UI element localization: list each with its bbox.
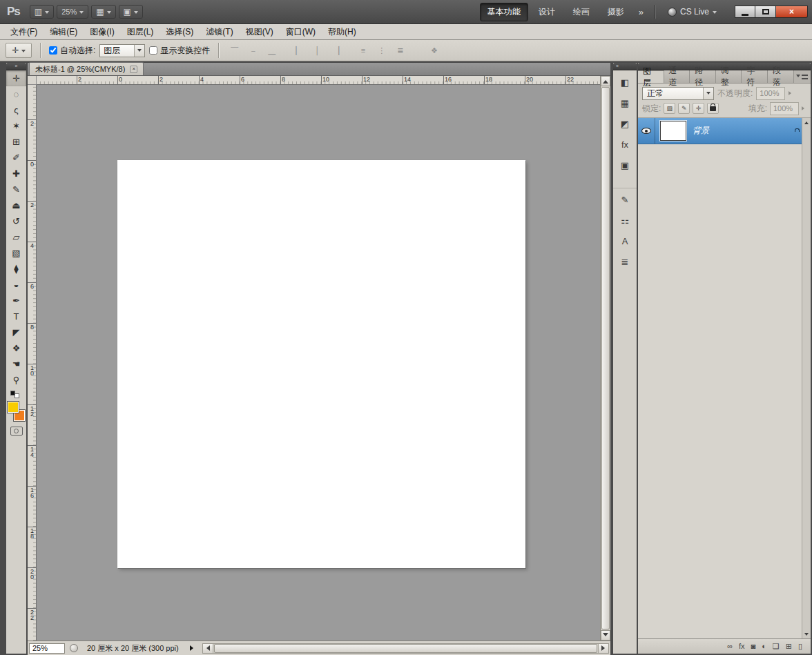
vertical-ruler[interactable]: 2024681 01 21 41 61 82 02 2: [28, 85, 37, 641]
menu-item[interactable]: 编辑(E): [44, 24, 84, 40]
panel-tab[interactable]: 段落: [768, 70, 794, 83]
horizontal-scrollbar-thumb[interactable]: [214, 644, 597, 653]
vertical-scrollbar-thumb[interactable]: [601, 87, 610, 629]
minimize-button[interactable]: [735, 6, 755, 18]
status-zoom-field[interactable]: 25%: [29, 643, 65, 654]
menu-item[interactable]: 图层(L): [121, 24, 160, 40]
ruler-origin-corner[interactable]: [28, 76, 37, 85]
view-extras-button[interactable]: ▥: [30, 5, 54, 19]
clone-stamp-tool[interactable]: ⏏: [6, 197, 26, 213]
menu-item[interactable]: 滤镜(T): [200, 24, 239, 40]
canvas-viewport[interactable]: [37, 85, 600, 641]
move-tool[interactable]: ✛: [6, 70, 26, 86]
scroll-right-button[interactable]: [598, 644, 608, 653]
toolbox-header[interactable]: »: [6, 63, 26, 70]
layer-styles-panel-icon[interactable]: fx: [613, 135, 637, 153]
workspace-button[interactable]: 绘画: [566, 3, 597, 21]
align-left-edges-icon[interactable]: ▏: [291, 43, 306, 57]
status-flyout-button[interactable]: [188, 643, 197, 654]
layer-style-icon[interactable]: fx: [739, 643, 745, 650]
new-adjustment-layer-icon[interactable]: ◐: [762, 643, 766, 650]
panel-tab[interactable]: 图层: [638, 70, 664, 83]
menu-item[interactable]: 选择(S): [160, 24, 200, 40]
stepper-arrow-icon[interactable]: [789, 91, 793, 95]
delete-layer-icon[interactable]: ▯: [798, 643, 802, 650]
horizontal-ruler[interactable]: 20246810121416182022: [37, 76, 600, 85]
type-tool[interactable]: T: [6, 309, 26, 324]
tab-close-button[interactable]: ×: [130, 66, 137, 73]
blur-tool[interactable]: ⧫: [6, 261, 26, 277]
fill-value[interactable]: 100%: [770, 102, 799, 115]
lock-all-icon[interactable]: [707, 103, 719, 114]
close-button[interactable]: ×: [776, 6, 808, 18]
layer-visibility-toggle[interactable]: [638, 118, 655, 144]
hand-tool[interactable]: ☚: [6, 356, 26, 372]
panel-tab[interactable]: 调整: [716, 70, 742, 83]
cs-live-button[interactable]: CS Live: [662, 5, 722, 19]
auto-select-checkbox[interactable]: [49, 46, 57, 55]
layer-thumbnail[interactable]: [660, 121, 686, 141]
character-panel-icon[interactable]: A: [613, 232, 637, 250]
opacity-value[interactable]: 100%: [756, 87, 785, 100]
scroll-up-button[interactable]: [601, 76, 610, 86]
scroll-down-button[interactable]: [802, 630, 811, 638]
document-canvas[interactable]: [117, 160, 525, 568]
arrange-documents-button[interactable]: ▦: [91, 5, 115, 19]
path-selection-tool[interactable]: ◤: [6, 324, 26, 340]
menu-item[interactable]: 图像(I): [84, 24, 120, 40]
brush-tool[interactable]: ✎: [6, 182, 26, 197]
new-group-icon[interactable]: ❏: [773, 643, 780, 650]
link-layers-icon[interactable]: ∞: [727, 643, 733, 650]
distribute-vertical-centers-icon[interactable]: ⋮: [374, 43, 389, 57]
default-colors-button[interactable]: [6, 390, 26, 400]
pen-tool[interactable]: ✒: [6, 293, 26, 309]
workspace-more-button[interactable]: »: [635, 6, 648, 19]
背景[interactable]: 背景: [638, 118, 802, 144]
menu-item[interactable]: 帮助(H): [322, 24, 362, 40]
align-top-edges-icon[interactable]: ⎺: [227, 43, 242, 57]
add-layer-mask-icon[interactable]: ◙: [751, 643, 756, 650]
align-right-edges-icon[interactable]: ▕: [329, 43, 343, 57]
auto-select-target-dropdown[interactable]: 图层: [99, 44, 145, 57]
color-panel-icon[interactable]: ◧: [613, 73, 637, 91]
styles-panel-icon[interactable]: ◩: [613, 115, 637, 133]
quick-selection-tool[interactable]: ✶: [6, 118, 26, 134]
brush-panel-icon[interactable]: ✎: [613, 188, 637, 208]
lasso-tool[interactable]: ς: [6, 102, 26, 118]
eyedropper-tool[interactable]: ✐: [6, 150, 26, 166]
clone-source-panel-icon[interactable]: ⚏: [613, 211, 637, 229]
align-horizontal-centers-icon[interactable]: │: [310, 43, 325, 57]
crop-tool[interactable]: ⊞: [6, 134, 26, 150]
custom-shape-tool[interactable]: ❖: [6, 340, 26, 356]
lock-transparent-pixels-icon[interactable]: ▨: [664, 103, 675, 114]
workspace-button[interactable]: 摄影: [600, 3, 632, 21]
workspace-button[interactable]: 设计: [531, 3, 563, 21]
menu-item[interactable]: 视图(V): [240, 24, 280, 40]
dodge-tool[interactable]: ◒: [6, 277, 26, 293]
screen-mode-button[interactable]: ▣: [119, 5, 143, 19]
panel-menu-button[interactable]: [794, 70, 811, 83]
gradient-tool[interactable]: ▧: [6, 245, 26, 261]
vertical-scrollbar[interactable]: [600, 76, 610, 641]
panel-tab[interactable]: 通道: [664, 70, 690, 83]
distribute-bottom-edges-icon[interactable]: ≣: [393, 43, 407, 57]
blend-mode-dropdown[interactable]: 正常: [642, 87, 714, 100]
layer-name[interactable]: 背景: [693, 125, 794, 137]
menu-item[interactable]: 文件(F): [4, 24, 44, 40]
zoom-tool[interactable]: ⚲: [6, 372, 26, 388]
align-bottom-edges-icon[interactable]: ⎽: [264, 43, 279, 57]
new-layer-icon[interactable]: ⊞: [786, 643, 792, 650]
quick-mask-button[interactable]: [10, 427, 23, 436]
spot-healing-brush-tool[interactable]: ✚: [6, 166, 26, 182]
align-vertical-centers-icon[interactable]: ⎯: [246, 43, 260, 57]
distribute-top-edges-icon[interactable]: ≡: [356, 43, 370, 57]
panel-tab[interactable]: 路径: [690, 70, 716, 83]
workspace-button[interactable]: 基本功能: [480, 3, 528, 21]
lock-image-pixels-icon[interactable]: ✎: [678, 103, 690, 114]
horizontal-scrollbar[interactable]: [202, 643, 609, 654]
scroll-down-button[interactable]: [601, 630, 610, 641]
panel-scrollbar[interactable]: [802, 118, 811, 638]
swatches-panel-icon[interactable]: ▦: [613, 94, 637, 112]
eraser-tool[interactable]: ▱: [6, 229, 26, 245]
stepper-arrow-icon[interactable]: [802, 106, 806, 110]
